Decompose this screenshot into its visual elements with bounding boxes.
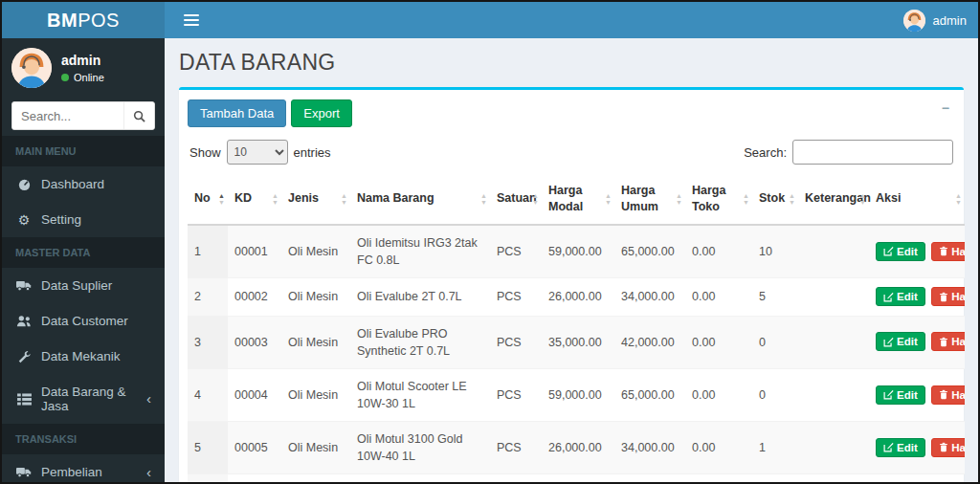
truck-icon <box>15 466 33 478</box>
top-navbar: admin <box>165 2 978 38</box>
cell-aksi: Edit Hapus <box>869 368 965 421</box>
cell-harga-umum: 42,000.00 <box>614 316 685 368</box>
edit-button[interactable]: Edit <box>876 438 925 457</box>
sidebar-item-label: Data Mekanik <box>41 349 121 363</box>
cell-kd: 00001 <box>228 225 281 278</box>
col-header-nama-barang[interactable]: Nama Barang▲▼ <box>350 174 490 225</box>
cell-aksi: Edit Hapus <box>869 422 965 474</box>
edit-button[interactable]: Edit <box>876 332 925 351</box>
cell-keterangan <box>798 368 869 421</box>
cell-harga-toko: 0.00 <box>685 474 752 482</box>
cell-harga-modal: 35,000.00 <box>542 474 614 482</box>
cell-nama-barang: Oli Evalube PRO Synthetic 2T 0.7L <box>350 316 490 368</box>
box-collapse-button[interactable]: − <box>936 99 955 117</box>
cell-nama-barang: Oli Motul Scooter LE 10W-30 1L <box>350 368 490 421</box>
sidebar-item-data-customer[interactable]: Data Customer <box>2 303 165 339</box>
cell-jenis: Oli Mesin <box>281 368 350 421</box>
delete-button[interactable]: Hapus <box>931 332 965 351</box>
cell-keterangan <box>798 422 869 474</box>
delete-button[interactable]: Hapus <box>931 438 965 457</box>
col-header-aksi[interactable]: Aksi▲▼ <box>869 174 965 225</box>
sidebar-item-dashboard[interactable]: Dashboard <box>2 166 165 202</box>
content-wrapper: DATA BARANG Tambah Data Export − Show 10 <box>165 38 978 482</box>
sidebar-item-data-barang-jasa[interactable]: Data Barang & Jasa ‹ <box>2 374 165 424</box>
entries-label: entries <box>294 145 331 160</box>
trash-icon <box>939 292 948 302</box>
table-search-input[interactable] <box>792 140 953 165</box>
col-header-keterangan[interactable]: Keterangan▲▼ <box>798 174 869 225</box>
delete-button[interactable]: Hapus <box>931 385 965 405</box>
sidebar-item-label: Dashboard <box>41 177 104 191</box>
cell-stok: 2 <box>752 474 798 482</box>
sidebar-item-label: Setting <box>41 212 81 227</box>
cell-jenis: Oli Mesin <box>281 278 350 317</box>
cell-no: 2 <box>188 278 228 317</box>
table-row: 1 00001 Oli Mesin Oli Idemitsu IRG3 2tak… <box>188 225 965 278</box>
cell-no: 1 <box>188 225 228 278</box>
export-button[interactable]: Export <box>291 99 352 127</box>
sort-icon: ▲▼ <box>743 192 749 206</box>
tambah-data-label: Tambah Data <box>200 106 274 121</box>
table-row: 5 00005 Oli Mesin Oli Motul 3100 Gold 10… <box>188 422 965 474</box>
navbar-user-menu[interactable]: admin <box>903 10 967 32</box>
table-header-row: No▲▼ KD▲▼ Jenis▲▼ Nama Barang▲▼ Satuan▲▼… <box>188 174 965 225</box>
cell-nama-barang: Oli Motul 5100 10W-40 1L <box>350 474 490 482</box>
tambah-data-button[interactable]: Tambah Data <box>188 99 286 127</box>
sidebar-search-button[interactable] <box>123 102 154 129</box>
table-row: 6 00006 Oli Mesin Oli Motul 5100 10W-40 … <box>188 474 965 482</box>
users-icon <box>15 315 33 327</box>
cell-harga-umum: 65,000.00 <box>614 368 685 421</box>
cell-satuan: PCS <box>490 225 542 278</box>
sidebar-item-data-mekanik[interactable]: Data Mekanik <box>2 339 165 374</box>
brand-rest: POS <box>78 10 120 32</box>
search-icon <box>133 110 145 122</box>
sidebar-item-pembelian[interactable]: Pembelian ‹ <box>2 454 165 482</box>
sort-icon: ▲▼ <box>532 192 539 206</box>
delete-button[interactable]: Hapus <box>931 242 965 261</box>
sidebar-item-data-suplier[interactable]: Data Suplier <box>2 268 165 303</box>
menu-section-transaksi: TRANSAKSI <box>2 424 165 454</box>
col-header-jenis[interactable]: Jenis▲▼ <box>281 174 350 225</box>
col-header-satuan[interactable]: Satuan▲▼ <box>490 174 542 225</box>
pencil-square-icon <box>883 292 894 302</box>
sidebar-item-setting[interactable]: ⚙ Setting <box>2 202 165 237</box>
col-header-stok[interactable]: Stok▲▼ <box>752 174 798 225</box>
cell-harga-modal: 35,000.00 <box>542 316 614 368</box>
col-header-harga-modal[interactable]: Harga Modal▲▼ <box>542 174 614 225</box>
cell-no: 3 <box>188 316 228 368</box>
cell-stok: 5 <box>752 278 798 317</box>
page-length-select[interactable]: 10 <box>227 140 288 165</box>
sort-icon: ▲▼ <box>272 192 278 206</box>
edit-button[interactable]: Edit <box>876 385 925 405</box>
col-header-no[interactable]: No▲▼ <box>188 174 228 225</box>
cell-stok: 0 <box>752 368 798 421</box>
cell-jenis: Oli Mesin <box>281 225 350 278</box>
col-header-harga-toko[interactable]: Harga Toko▲▼ <box>685 174 752 225</box>
cell-satuan: PCS <box>490 316 542 368</box>
navbar-username: admin <box>933 13 967 28</box>
brand-logo[interactable]: BMPOS <box>2 2 165 38</box>
pencil-square-icon <box>883 246 894 256</box>
user-avatar <box>11 48 52 88</box>
delete-button[interactable]: Hapus <box>931 287 965 306</box>
cell-satuan: PCS <box>490 278 542 317</box>
sort-icon: ▲▼ <box>859 192 866 206</box>
chevron-left-icon: ‹ <box>146 394 151 404</box>
cell-harga-toko: 0.00 <box>685 368 752 421</box>
edit-button[interactable]: Edit <box>876 287 925 306</box>
cell-no: 5 <box>188 422 228 474</box>
menu-section-master-data: MASTER DATA <box>2 237 165 268</box>
sidebar-search-input[interactable] <box>12 102 123 129</box>
edit-button[interactable]: Edit <box>876 242 925 261</box>
col-header-kd[interactable]: KD▲▼ <box>228 174 281 225</box>
cell-no: 6 <box>188 474 228 482</box>
menu-section-main-menu: MAIN MENU <box>2 136 165 166</box>
truck-icon <box>15 279 33 292</box>
trash-icon <box>939 442 948 452</box>
cell-kd: 00005 <box>228 422 281 474</box>
cell-keterangan <box>798 225 869 278</box>
user-avatar <box>903 10 925 32</box>
sidebar-toggle-icon[interactable] <box>180 9 203 32</box>
search-label: Search: <box>744 145 787 160</box>
col-header-harga-umum[interactable]: Harga Umum▲▼ <box>614 174 685 225</box>
